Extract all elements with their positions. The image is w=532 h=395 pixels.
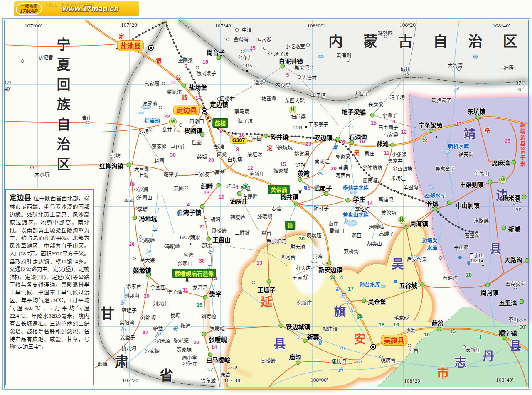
town-marker xyxy=(296,361,300,365)
village-label: 尉天池 xyxy=(290,243,305,250)
village-label: 禾场洼 xyxy=(391,174,406,182)
village-label: 刘嗳崄 xyxy=(201,313,216,320)
village-marker xyxy=(241,50,244,53)
village-label: 苗大渠 xyxy=(140,256,155,263)
village-label: 常湾 xyxy=(313,253,323,260)
village-label: 路梁子 xyxy=(164,170,179,177)
distance-number: 20 xyxy=(144,293,150,299)
town-label: 席麻湾 xyxy=(492,158,510,167)
road-name-char: 公 xyxy=(330,272,335,281)
distance-number: 13 xyxy=(256,260,262,266)
town-marker xyxy=(217,56,221,60)
village-marker xyxy=(306,43,310,47)
village-label: 沙渠 xyxy=(405,326,415,334)
county-area-label: 靖 xyxy=(463,124,475,142)
river-label: 石 xyxy=(207,248,212,255)
peak-icon: ▲ xyxy=(189,242,192,246)
town-marker xyxy=(207,237,211,242)
town-marker xyxy=(200,132,205,137)
elevation-label: 1415 xyxy=(243,63,252,68)
spring-marker xyxy=(467,261,470,265)
town-label: 新城 xyxy=(508,224,520,233)
village-label: 堡子湾 xyxy=(167,288,182,295)
village-label: 雷涧口 xyxy=(329,227,344,234)
village-label: 吴家窑子 xyxy=(435,165,455,172)
town-label: 石洞沟 xyxy=(349,132,367,141)
village-marker xyxy=(379,355,383,358)
elevation-dot xyxy=(305,126,307,128)
town-label: 王渠则镇 xyxy=(460,180,484,189)
village-marker xyxy=(298,75,301,79)
coordinate-label: 108°00′ xyxy=(307,22,325,29)
reservoir-label: 杨伏井水库 xyxy=(343,184,369,191)
village-label: 三胜坡 xyxy=(235,229,250,236)
village-marker xyxy=(457,67,461,71)
village-label: 槐庄湾 xyxy=(323,325,338,332)
coordinate-label: 37° xyxy=(4,79,12,86)
county-area-label: 丹 xyxy=(482,346,494,364)
village-label: 茶山 xyxy=(508,316,518,323)
distance-number: 11 xyxy=(170,80,176,86)
distance-number: 20 xyxy=(331,166,337,172)
town-marker xyxy=(298,177,303,182)
town-marker xyxy=(264,134,268,138)
village-label: 暴记春 xyxy=(38,54,53,61)
village-marker xyxy=(263,47,266,50)
town-label: 五里湾 xyxy=(499,298,517,307)
coordinate-label: 108°40′ xyxy=(496,377,513,383)
coordinate-label: 108°40′ xyxy=(493,22,510,29)
landmark-box: 鼓楼 xyxy=(213,118,228,128)
city-area-label: 延 xyxy=(260,292,272,309)
spring-marker xyxy=(458,256,462,259)
distance-number: 17 xyxy=(207,367,213,373)
village-marker xyxy=(30,166,34,169)
village-label: 倪新庄 xyxy=(297,299,312,306)
town-label: 堆子梁镇 xyxy=(342,107,366,116)
village-marker xyxy=(21,59,24,63)
distance-number: 5 xyxy=(220,129,223,135)
village-marker xyxy=(262,79,266,83)
village-label: 羊圈山 xyxy=(137,194,152,201)
county-seat-box: 定边县 xyxy=(173,105,200,115)
village-marker xyxy=(310,66,313,69)
village-label: 话盐滩 xyxy=(261,94,276,101)
distance-number: 11 xyxy=(182,287,188,293)
elevation-label: ·1774 xyxy=(294,162,305,167)
river-label: 头 xyxy=(296,333,301,341)
highway-shield: G307 xyxy=(230,137,248,144)
village-label: 李团庄 xyxy=(150,283,165,290)
distance-number: 14 xyxy=(211,344,217,350)
town-marker xyxy=(267,279,271,284)
village-label: 石畔沟 xyxy=(443,274,458,281)
elevation-label: ·1713 xyxy=(224,184,236,189)
river-label: 川 xyxy=(120,325,126,333)
town-marker xyxy=(447,201,452,205)
elevation-label: ·1770 xyxy=(226,365,237,370)
coordinate-label: 37° xyxy=(513,200,521,206)
county-area-label: 县 xyxy=(489,239,501,256)
village-label: 油房 xyxy=(504,64,514,71)
village-label: 大沟湾 xyxy=(448,61,463,69)
town-label: 中山涧镇 xyxy=(456,201,480,209)
village-label: 姚店台 xyxy=(381,356,396,363)
county-area-label: 吴 xyxy=(392,254,404,272)
village-marker xyxy=(162,82,165,85)
logo-brand-top: 一起地图 xyxy=(20,4,38,8)
distance-number: 4 xyxy=(340,275,343,280)
village-marker xyxy=(439,256,442,260)
town-label: 武峁子 xyxy=(314,184,332,192)
village-label: 金鸡湾 xyxy=(234,35,249,42)
village-label: 玻璃庙 xyxy=(306,231,321,238)
distance-number: 14 xyxy=(367,201,373,206)
town-label: 新寨 xyxy=(307,332,319,341)
village-label: 大海子 xyxy=(354,90,369,97)
village-label: 李塬 xyxy=(138,206,148,213)
town-marker xyxy=(488,180,493,184)
town-label: 王坬子 xyxy=(257,285,276,294)
town-marker xyxy=(133,216,137,220)
village-label: 郭家梁 xyxy=(335,153,350,160)
village-label: 冯嗳崄 xyxy=(140,236,155,243)
distance-number: 21 xyxy=(200,224,205,230)
town-marker xyxy=(202,332,207,336)
reservoir-label: 红崖池 xyxy=(144,117,160,125)
